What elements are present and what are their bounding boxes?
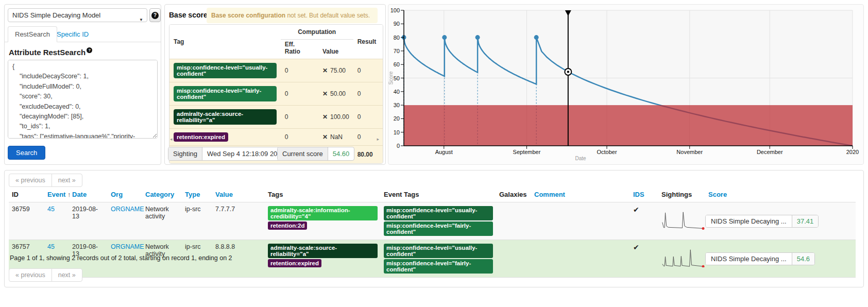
- multiply-icon: ✕: [322, 67, 328, 74]
- cell-type: ip-src: [182, 202, 212, 240]
- svg-text:Date: Date: [575, 156, 586, 161]
- question-circle-icon: ?: [87, 47, 92, 53]
- sighting-info: Sighting Wed Sep 4 12:18:09 2019: [168, 147, 290, 161]
- tag-badge[interactable]: misp:confidence-level="fairly-confident": [384, 221, 493, 236]
- base-score-row: misp:confidence-level="fairly-confident"…: [169, 82, 383, 106]
- svg-text:20: 20: [394, 115, 400, 122]
- col-date[interactable]: Date: [69, 187, 108, 202]
- tag-badge[interactable]: admiralty-scale:source-reliability="a": [268, 244, 378, 258]
- col-type[interactable]: Type: [182, 187, 212, 202]
- tag-badge[interactable]: misp:confidence-level="usually-confident…: [384, 244, 493, 258]
- help-button[interactable]: ?: [149, 8, 161, 22]
- col-result: Result: [353, 25, 383, 59]
- svg-text:70: 70: [394, 48, 400, 54]
- cell-id: 36759: [9, 202, 44, 240]
- col-sightings: Sightings: [658, 187, 705, 202]
- sighting-label: Sighting: [168, 147, 202, 160]
- model-select[interactable]: NIDS Simple Decaying Model ▼: [8, 8, 147, 22]
- scroll-left-icon[interactable]: ◂: [170, 137, 173, 142]
- scroll-right-icon[interactable]: ▸: [377, 137, 379, 142]
- multiply-icon: ✕: [322, 90, 328, 97]
- svg-text:90: 90: [394, 21, 400, 27]
- col-comment[interactable]: Comment: [531, 187, 630, 202]
- next-page-button[interactable]: next »: [52, 268, 82, 282]
- results-panel: « previous next » ID Event ↑ Date Org Ca…: [4, 170, 864, 287]
- svg-text:40: 40: [394, 89, 400, 95]
- previous-page-button[interactable]: « previous: [9, 268, 52, 282]
- col-value: Value: [307, 40, 353, 59]
- org-link[interactable]: ORGNAME: [111, 206, 144, 213]
- col-category[interactable]: Category: [142, 187, 182, 202]
- sightings-sparkline: [661, 211, 707, 230]
- pagination-bottom: « previous next »: [9, 268, 82, 282]
- col-ids[interactable]: IDS: [630, 187, 658, 202]
- tag-badge[interactable]: retention:expired: [268, 259, 321, 267]
- cell-date: 2019-08-13: [69, 202, 108, 240]
- svg-text:August: August: [435, 149, 453, 155]
- check-icon: ✔: [633, 243, 639, 251]
- sighting-value: Wed Sep 4 12:18:09 2019: [202, 147, 290, 160]
- tag-badge[interactable]: retention:2d: [268, 221, 307, 230]
- col-org[interactable]: Org: [108, 187, 142, 202]
- org-link[interactable]: ORGNAME: [111, 243, 144, 250]
- svg-text:September: September: [513, 149, 541, 155]
- svg-text:November: November: [676, 149, 703, 155]
- col-event[interactable]: Event ↑: [44, 187, 69, 202]
- svg-text:100: 100: [390, 7, 400, 13]
- tag-badge: misp:confidence-level="fairly-confident": [174, 86, 277, 101]
- tag-badge[interactable]: admiralty-scale:information-credibility=…: [268, 206, 378, 220]
- check-icon: ✔: [633, 206, 639, 214]
- score-value: 54.6: [792, 253, 814, 265]
- col-value[interactable]: Value: [212, 187, 265, 202]
- cell-galaxies: [496, 202, 531, 240]
- col-score[interactable]: Score: [705, 187, 856, 202]
- decay-chart[interactable]: 0102030405060708090100AugustSeptemberOct…: [388, 5, 863, 164]
- svg-text:60: 60: [394, 61, 400, 67]
- attribute-row: 36759 45 2019-08-13 ORGNAME Network acti…: [9, 202, 856, 240]
- col-computation: Computation: [281, 25, 353, 40]
- score-group: NIDS Simple Decaying ... 37.41: [705, 215, 819, 228]
- tag-badge[interactable]: misp:confidence-level="usually-confident…: [384, 206, 493, 220]
- svg-text:10: 10: [394, 129, 400, 135]
- base-score-row: misp:confidence-level="usually-confident…: [169, 59, 383, 82]
- cell-tags: admiralty-scale:information-credibility=…: [265, 202, 381, 240]
- col-tag: Tag: [169, 25, 281, 59]
- svg-text:50: 50: [394, 75, 400, 81]
- base-score-panel: Base score Base score configuration not …: [164, 4, 386, 165]
- tag-badge: retention:expired: [174, 132, 228, 142]
- model-select-value: NIDS Simple Decaying Model: [12, 11, 100, 19]
- tag-badge: admiralty-scale:source-reliability="a": [174, 109, 277, 125]
- event-link[interactable]: 45: [47, 243, 55, 250]
- restsearch-query-input[interactable]: { "includeDecayScore": 1, "includeFullMo…: [8, 60, 158, 139]
- base-score-row: retention:expired 0 ✕NaN 0: [169, 129, 383, 146]
- cell-comment: [531, 202, 630, 240]
- col-id: ID: [9, 187, 44, 202]
- col-galaxies: Galaxies: [496, 187, 531, 202]
- base-score-total: 80.00: [353, 146, 383, 164]
- search-tabs: RestSearch Specific ID: [5, 26, 161, 42]
- svg-text:30: 30: [394, 102, 400, 108]
- model-search-panel: NIDS Simple Decaying Model ▼ ? RestSearc…: [4, 4, 161, 165]
- search-button[interactable]: Search: [8, 146, 45, 160]
- tag-badge[interactable]: misp:confidence-level="fairly-confident": [384, 259, 493, 274]
- attributes-table: ID Event ↑ Date Org Category Type Value …: [9, 187, 856, 278]
- cell-category: Network activity: [142, 202, 182, 240]
- event-link[interactable]: 45: [47, 206, 55, 213]
- current-score-value: 54.60: [328, 147, 354, 160]
- tab-specific-id[interactable]: Specific ID: [57, 26, 89, 42]
- svg-text:2020: 2020: [846, 149, 859, 155]
- cell-event-tags: misp:confidence-level="usually-confident…: [381, 240, 496, 278]
- next-page-button[interactable]: next »: [52, 174, 82, 187]
- base-score-warning: Base score configuration not set. But de…: [207, 8, 378, 23]
- current-score-info: Current score 54.60: [277, 147, 354, 161]
- tab-restsearch[interactable]: RestSearch: [8, 26, 57, 42]
- svg-text:0: 0: [397, 143, 400, 149]
- question-circle-icon: ?: [151, 12, 159, 19]
- base-score-row: admiralty-scale:source-reliability="a" 0…: [169, 106, 383, 129]
- svg-text:October: October: [597, 149, 617, 155]
- col-event-tags: Event Tags: [381, 187, 496, 202]
- model-score-button[interactable]: NIDS Simple Decaying ...: [706, 253, 792, 265]
- previous-page-button[interactable]: « previous: [9, 174, 52, 187]
- svg-text:Score: Score: [388, 71, 394, 85]
- model-score-button[interactable]: NIDS Simple Decaying ...: [706, 215, 792, 227]
